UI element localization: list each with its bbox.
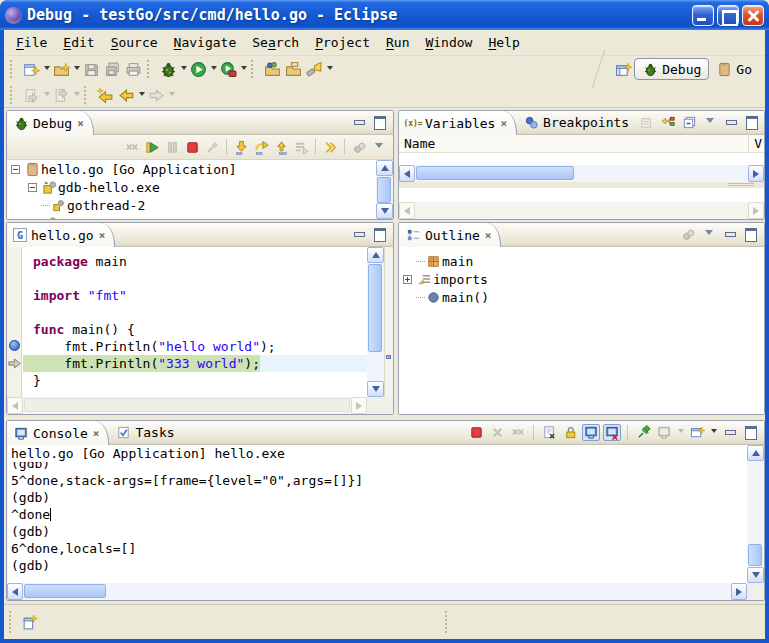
tab-hello-go[interactable]: G hello.go ×: [7, 223, 115, 247]
step-into-button[interactable]: [232, 139, 250, 156]
variables-horizontal-scrollbar[interactable]: [399, 165, 764, 182]
scroll-left-button[interactable]: [399, 202, 415, 219]
scroll-left-button[interactable]: [399, 165, 415, 182]
resume-button[interactable]: [143, 139, 161, 156]
terminate-button[interactable]: [467, 424, 485, 441]
view-menu-chevron[interactable]: [701, 114, 719, 131]
back-dropdown[interactable]: [137, 85, 146, 105]
column-name[interactable]: Name: [404, 136, 435, 151]
tree-row-partial[interactable]: [7, 214, 375, 219]
variables-detail-pane[interactable]: [399, 188, 764, 202]
expand-expander-icon[interactable]: [403, 275, 412, 284]
collapse-expander-icon[interactable]: [11, 165, 20, 174]
console-vertical-scrollbar[interactable]: [747, 445, 764, 583]
toolbar-grip[interactable]: [10, 60, 18, 78]
tree-row-launch[interactable]: hello.go [Go Application]: [7, 160, 375, 178]
open-console-button[interactable]: [688, 424, 706, 441]
view-options-button[interactable]: [350, 139, 368, 156]
debug-launch-dropdown[interactable]: [179, 59, 188, 79]
scroll-down-button[interactable]: [376, 203, 393, 219]
show-console-stdout-toggle[interactable]: [582, 424, 600, 441]
scroll-lock-button[interactable]: [561, 424, 579, 441]
open-resource-button[interactable]: [283, 59, 304, 80]
disconnect-button[interactable]: [203, 139, 221, 156]
scrollbar-thumb[interactable]: [24, 584, 106, 598]
tab-variables[interactable]: (x)= Variables ×: [399, 111, 517, 135]
variables-empty-row[interactable]: [399, 153, 764, 165]
sash-grip[interactable]: [728, 183, 754, 187]
variables-table-header[interactable]: Name V: [399, 135, 764, 153]
back-to-editor-button[interactable]: [95, 85, 116, 106]
menu-source[interactable]: Source: [103, 33, 166, 52]
remove-all-terminated-button[interactable]: [509, 424, 527, 441]
new-project-button[interactable]: [51, 59, 72, 80]
menu-run[interactable]: Run: [378, 33, 417, 52]
close-outline-view-icon[interactable]: ×: [485, 229, 492, 242]
close-debug-view-icon[interactable]: ×: [77, 117, 84, 130]
editor-overview-ruler[interactable]: [384, 247, 393, 397]
toolbar-grip[interactable]: [10, 86, 18, 104]
close-editor-icon[interactable]: ×: [99, 229, 106, 242]
scrollbar-thumb[interactable]: [368, 264, 382, 352]
new-project-dropdown[interactable]: [72, 59, 81, 79]
variables-detail-sash[interactable]: [399, 182, 764, 188]
column-value[interactable]: V: [748, 135, 762, 152]
run-launch-button[interactable]: [188, 59, 209, 80]
back-button[interactable]: [116, 85, 137, 106]
tab-debug[interactable]: Debug ×: [7, 111, 94, 135]
new-wizard-dropdown[interactable]: [42, 59, 51, 79]
menu-help[interactable]: Help: [480, 33, 527, 52]
debug-launch-button[interactable]: [158, 59, 179, 80]
step-over-button[interactable]: [252, 139, 270, 156]
tab-console[interactable]: Console ×: [7, 421, 109, 445]
search-button[interactable]: [304, 59, 325, 80]
breakpoint-icon[interactable]: [9, 340, 20, 351]
collapse-all-button[interactable]: [680, 114, 698, 131]
maximize-view-button[interactable]: [743, 114, 761, 131]
terminate-button[interactable]: [183, 139, 201, 156]
detail-horizontal-scrollbar[interactable]: [399, 202, 764, 219]
scroll-left-button[interactable]: [7, 397, 23, 414]
editor-horizontal-scrollbar[interactable]: [7, 397, 367, 414]
tree-row-thread[interactable]: gothread-2: [7, 196, 375, 214]
new-wizard-button[interactable]: [21, 59, 42, 80]
close-console-view-icon[interactable]: ×: [93, 427, 100, 440]
print-button[interactable]: [123, 59, 144, 80]
add-variable-button[interactable]: [659, 114, 677, 131]
menu-edit[interactable]: Edit: [55, 33, 102, 52]
collapse-expander-icon[interactable]: [28, 183, 37, 192]
console-horizontal-scrollbar[interactable]: [7, 583, 747, 600]
outline-row-package[interactable]: main: [399, 252, 764, 270]
outline-row-imports[interactable]: imports: [399, 270, 764, 288]
scroll-left-button[interactable]: [7, 583, 23, 600]
scroll-right-button[interactable]: [748, 165, 764, 182]
scroll-right-button[interactable]: [731, 583, 747, 600]
menu-navigate[interactable]: Navigate: [166, 33, 245, 52]
tab-breakpoints[interactable]: Breakpoints: [517, 111, 638, 134]
search-dropdown[interactable]: [325, 59, 334, 79]
minimize-view-button[interactable]: [722, 114, 740, 131]
console-output-area[interactable]: hello.go [Go Application] hello.exe (gdb…: [7, 445, 764, 600]
remove-all-terminated-button[interactable]: [123, 139, 141, 156]
maximize-view-button[interactable]: [371, 114, 389, 131]
open-plugin-artifact-button[interactable]: [262, 59, 283, 80]
display-console-dropdown[interactable]: [676, 423, 685, 443]
minimize-window-button[interactable]: [692, 5, 714, 26]
maximize-window-button[interactable]: [717, 5, 739, 26]
editor-area[interactable]: package main import "fmt" func main() { …: [7, 247, 393, 414]
show-console-stderr-toggle[interactable]: [603, 424, 621, 441]
maximize-view-button[interactable]: [371, 226, 389, 243]
close-window-button[interactable]: [742, 5, 764, 26]
menu-file[interactable]: File: [8, 33, 55, 52]
scroll-up-button[interactable]: [367, 247, 384, 263]
save-all-button[interactable]: [102, 59, 123, 80]
scroll-down-button[interactable]: [367, 381, 384, 397]
editor-vertical-scrollbar[interactable]: [367, 247, 384, 397]
next-annotation-dropdown[interactable]: [42, 85, 51, 105]
scrollbar-thumb[interactable]: [416, 166, 574, 180]
scroll-up-button[interactable]: [376, 160, 393, 176]
show-type-names-button[interactable]: [638, 114, 656, 131]
code-area[interactable]: package main import "fmt" func main() { …: [23, 247, 367, 397]
open-console-dropdown[interactable]: [709, 423, 718, 443]
clear-console-button[interactable]: [540, 424, 558, 441]
